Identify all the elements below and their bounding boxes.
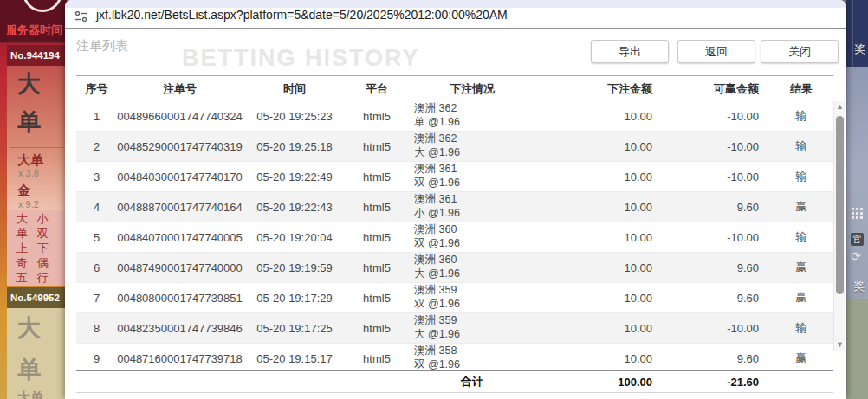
bet-type-right[interactable]: 行 xyxy=(37,270,55,285)
table-row[interactable]: 4 00488870001747740164 05-20 19:22:43 ht… xyxy=(76,192,833,222)
bet-type-left[interactable]: 大 xyxy=(16,211,34,226)
bet-detail-line2: 单 @1.96 xyxy=(414,116,537,130)
bet-detail-line1: 澳洲 362 xyxy=(414,132,537,146)
url-text[interactable]: jxf.lbk20.net/BetsList.aspx?platform=5&d… xyxy=(96,8,508,22)
bet-detail-line2: 双 @1.96 xyxy=(414,298,537,312)
bet-detail-line2: 大 @1.96 xyxy=(414,328,537,342)
cell-amount: 10.00 xyxy=(537,261,663,274)
bet-type-menu: 大 小 单 双 上 下 奇 偶 xyxy=(7,210,67,286)
cell-winnable: 9.60 xyxy=(663,352,769,365)
cell-amount: 10.00 xyxy=(537,352,663,365)
site-permissions-icon[interactable] xyxy=(74,10,87,25)
back-button[interactable]: 返回 xyxy=(677,40,755,63)
bet-type-menu-row[interactable]: 上 下 xyxy=(7,241,67,255)
total-label: 合计 xyxy=(407,374,537,389)
table-row[interactable]: 7 00480800001747739851 05-20 19:17:29 ht… xyxy=(76,283,833,313)
grid-icon[interactable] xyxy=(852,208,864,220)
cell-winnable: -10.00 xyxy=(663,110,769,123)
scroll-up-icon[interactable]: ▲ xyxy=(834,101,845,113)
cell-result: 输 xyxy=(769,320,833,336)
right-body-strip: 官 ⟳ 奖 xyxy=(846,67,868,299)
cell-amount: 10.00 xyxy=(537,201,663,214)
odds-item-label[interactable]: 金 xyxy=(17,183,30,196)
right-header-strip: 奖 xyxy=(846,0,868,67)
bet-type-left[interactable]: 五 xyxy=(16,270,34,285)
odds-item-value: x 3.8 xyxy=(18,169,39,178)
cell-amount: 10.00 xyxy=(537,292,663,305)
cell-platform: html5 xyxy=(347,352,407,365)
table-row[interactable]: 2 00485290001747740319 05-20 19:25:18 ht… xyxy=(76,132,833,162)
official-badge: 官 xyxy=(851,233,864,246)
cell-no: 5 xyxy=(76,231,117,244)
cell-time: 05-20 19:22:49 xyxy=(243,171,347,183)
scroll-down-icon[interactable]: ▼ xyxy=(834,339,845,351)
cell-result: 输 xyxy=(769,169,833,184)
col-header-no: 序号 xyxy=(76,81,117,97)
right-footer-strip xyxy=(846,299,868,399)
bet-type-left[interactable]: 上 xyxy=(16,241,34,255)
cell-winnable: -10.00 xyxy=(663,171,769,183)
cell-no: 2 xyxy=(76,140,117,153)
cell-no: 9 xyxy=(76,352,117,365)
logo-circle-icon xyxy=(23,0,62,12)
scrollbar-thumb[interactable] xyxy=(836,116,844,294)
cell-bet-id: 00484070001747740005 xyxy=(117,231,243,244)
cell-winnable: -10.00 xyxy=(663,231,769,244)
cell-no: 1 xyxy=(76,110,117,123)
bet-card-1-number: No.944194 xyxy=(7,45,67,66)
cell-bet-id: 00488870001747740164 xyxy=(117,201,243,214)
bet-type-left[interactable]: 单 xyxy=(16,226,34,241)
col-header-platform: 平台 xyxy=(347,81,407,97)
bet-option-big[interactable]: 大 xyxy=(17,317,41,340)
bet-type-left[interactable]: 奇 xyxy=(16,255,34,270)
bet-type-menu-row[interactable]: 五 行 xyxy=(7,270,67,285)
odds-item-label[interactable]: 大单 xyxy=(17,389,43,399)
odds-item-label[interactable]: 大单 xyxy=(17,153,43,166)
page-title: 注单列表 xyxy=(76,38,128,55)
bet-option-odd[interactable]: 单 xyxy=(17,111,41,134)
cell-no: 4 xyxy=(76,201,117,214)
cell-amount: 10.00 xyxy=(537,171,663,183)
bet-detail-line1: 澳洲 362 xyxy=(414,102,537,116)
cell-bet-detail: 澳洲 361 双 @1.96 xyxy=(407,163,537,190)
cell-bet-detail: 澳洲 362 单 @1.96 xyxy=(407,102,537,129)
bet-detail-line1: 澳洲 360 xyxy=(414,223,537,237)
close-button[interactable]: 关闭 xyxy=(761,40,839,63)
bet-type-right[interactable]: 双 xyxy=(37,226,55,241)
background-right-panel: 奖 官 ⟳ 奖 xyxy=(846,0,868,399)
bet-detail-line2: 双 @1.96 xyxy=(414,237,537,251)
cell-result: 赢 xyxy=(769,351,833,366)
cell-time: 05-20 19:25:18 xyxy=(243,140,347,153)
bet-option-odd[interactable]: 单 xyxy=(17,358,41,382)
cell-bet-detail: 澳洲 362 大 @1.96 xyxy=(407,132,537,159)
cell-bet-detail: 澳洲 359 大 @1.96 xyxy=(407,314,537,341)
bets-table: 序号 注单号 时间 平台 下注情况 下注金额 可赢金额 结果 1 0048966… xyxy=(76,75,833,393)
cell-platform: html5 xyxy=(347,322,407,335)
cell-bet-id: 00484030001747740170 xyxy=(117,171,243,183)
cell-result: 输 xyxy=(769,108,833,124)
table-row[interactable]: 1 00489660001747740324 05-20 19:25:23 ht… xyxy=(76,101,833,132)
cell-no: 6 xyxy=(76,261,117,274)
bet-type-menu-row[interactable]: 大 小 xyxy=(7,211,67,226)
bet-type-menu-row[interactable]: 奇 偶 xyxy=(7,255,67,270)
table-row[interactable]: 6 00487490001747740000 05-20 19:19:59 ht… xyxy=(76,253,833,283)
col-header-bet-detail: 下注情况 xyxy=(407,81,537,97)
bet-type-right[interactable]: 小 xyxy=(37,211,55,226)
bet-type-right[interactable]: 下 xyxy=(37,241,55,255)
bet-detail-line1: 澳洲 360 xyxy=(414,254,537,267)
screen: 服务器时间 No.944194 大 单 大单 x 3.8 金 x 9.2 大 小 xyxy=(0,0,868,399)
table-scrollbar[interactable]: ▲ ▼ xyxy=(833,101,845,351)
bet-type-menu-row[interactable]: 单 双 xyxy=(7,226,67,241)
cell-bet-detail: 澳洲 360 大 @1.96 xyxy=(407,254,537,280)
export-button[interactable]: 导出 xyxy=(591,40,669,63)
table-row[interactable]: 3 00484030001747740170 05-20 19:22:49 ht… xyxy=(76,162,833,192)
cell-platform: html5 xyxy=(347,140,407,153)
cell-result: 赢 xyxy=(769,199,833,215)
table-row[interactable]: 8 00482350001747739846 05-20 19:17:25 ht… xyxy=(76,313,833,344)
table-row[interactable]: 9 00487160001747739718 05-20 19:15:17 ht… xyxy=(76,344,833,370)
table-row[interactable]: 5 00484070001747740005 05-20 19:20:04 ht… xyxy=(76,222,833,253)
cell-time: 05-20 19:17:29 xyxy=(243,292,347,305)
refresh-icon[interactable]: ⟳ xyxy=(851,250,861,262)
bet-option-big[interactable]: 大 xyxy=(17,73,41,96)
bet-type-right[interactable]: 偶 xyxy=(37,255,55,270)
